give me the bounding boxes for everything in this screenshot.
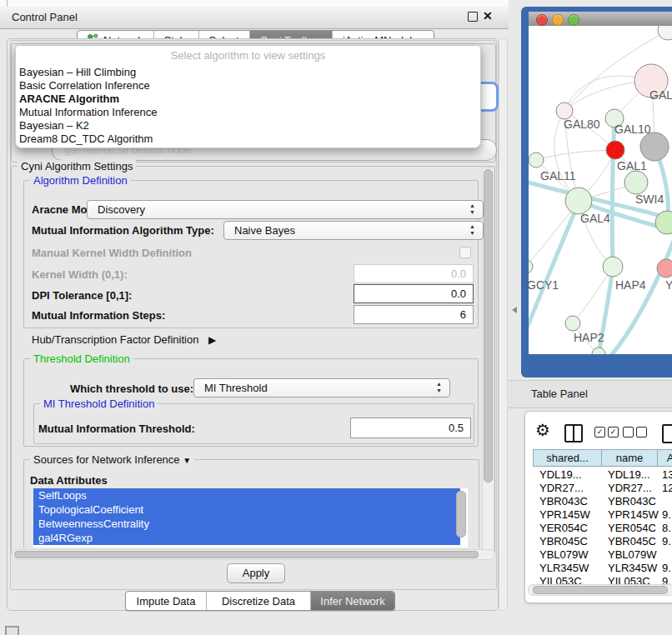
settings-scrollbar-thumb[interactable]	[484, 169, 493, 482]
table-cell[interactable]: YIL053C	[608, 575, 659, 584]
dropdown-item-selected[interactable]: ARACNE Algorithm	[16, 92, 480, 106]
kernel-width-input[interactable]: 0.0	[354, 264, 474, 283]
panel-scrollbar-track[interactable]	[499, 38, 508, 611]
table-cell[interactable]: YIL053C	[539, 575, 602, 584]
table-cell[interactable]: YER054C	[539, 522, 602, 535]
node-label: GAL80	[564, 118, 600, 131]
network-window-titlebar[interactable]	[529, 12, 672, 27]
table-cell[interactable]: 8.	[662, 522, 672, 535]
table-cell[interactable]: YDR27...	[539, 482, 602, 495]
list-item[interactable]: BetweennessCentrality	[33, 517, 460, 531]
table-cell[interactable]: YLR345W	[539, 562, 602, 575]
tab-infer-network[interactable]: Infer Network	[311, 592, 394, 610]
node-label: HAP2	[574, 331, 604, 344]
table-cell[interactable]: 9.	[662, 508, 672, 522]
table-cell[interactable]: 12	[662, 482, 672, 495]
table-cell[interactable]: YBR045C	[608, 535, 659, 548]
network-node[interactable]	[640, 132, 669, 161]
network-node[interactable]	[565, 316, 580, 331]
mi-threshold-input[interactable]: 0.5	[350, 418, 471, 438]
dropdown-item[interactable]: Dream8 DC_TDC Algorithm	[16, 132, 480, 146]
sources-collapse-icon[interactable]: ▼	[183, 456, 191, 465]
network-canvas[interactable]	[529, 26, 672, 354]
list-item[interactable]: TopologicalCoefficient	[33, 502, 460, 517]
manual-kernel-checkbox[interactable]	[459, 247, 471, 258]
minimize-traffic-light[interactable]	[552, 14, 564, 26]
hub-expand-arrow-icon[interactable]: ▶	[208, 334, 216, 346]
select-all-icon[interactable]: ✓✓	[594, 427, 619, 439]
table-cell[interactable]	[662, 548, 672, 562]
column-header[interactable]: name	[601, 449, 658, 467]
table-icon[interactable]	[662, 424, 672, 443]
network-node[interactable]	[603, 257, 623, 277]
network-node-selected[interactable]	[606, 141, 624, 159]
dropdown-item[interactable]: Bayesian – Hill Climbing	[16, 66, 480, 79]
list-scrollbar-thumb[interactable]	[456, 491, 466, 538]
network-node[interactable]	[556, 102, 573, 119]
network-node[interactable]	[657, 259, 672, 278]
node-label: GAL4	[580, 212, 610, 225]
table-cell[interactable]: YLR345W	[608, 562, 659, 575]
combo-spinner-icon: ▲▼	[469, 202, 475, 216]
mi-type-combobox[interactable]: Naive Bayes ▲▼	[223, 221, 484, 240]
column-header[interactable]: shared...	[533, 449, 602, 467]
network-node[interactable]	[624, 171, 648, 194]
table-cell[interactable]	[662, 495, 672, 508]
which-threshold-value: MI Threshold	[204, 382, 268, 394]
splitter-arrow-icon[interactable]	[512, 307, 517, 313]
sources-toggle[interactable]: Sources for Network Inference ▼	[30, 453, 194, 466]
list-item[interactable]: gal4RGexp	[33, 531, 460, 545]
table-cell[interactable]: YDL19...	[608, 468, 659, 482]
zoom-traffic-light[interactable]	[568, 14, 579, 26]
network-node[interactable]	[658, 26, 672, 40]
mi-steps-input[interactable]: 6	[354, 305, 474, 324]
table-cell[interactable]: YPR145W	[608, 508, 659, 522]
table-panel-title: Table Panel	[531, 388, 588, 400]
table-cell[interactable]: 13	[662, 468, 672, 482]
network-node[interactable]	[529, 152, 544, 168]
table-cell[interactable]: YBL079W	[539, 548, 602, 562]
threshold-definition-title: Threshold Definition	[30, 352, 133, 365]
table-cell[interactable]: YBL079W	[608, 548, 659, 562]
split-panel-icon[interactable]	[564, 424, 583, 442]
apply-button[interactable]: Apply	[227, 563, 285, 583]
table-cell[interactable]: YBR043C	[608, 495, 659, 508]
table-cell[interactable]: 9.	[662, 575, 672, 584]
algorithm-dropdown-popup: Select algorithm to view settings Bayesi…	[15, 45, 481, 148]
settings-hscrollbar-thumb[interactable]	[14, 551, 479, 558]
table-cell[interactable]: YER054C	[608, 522, 659, 535]
table-cell[interactable]: YBR043C	[539, 495, 602, 508]
table-cell[interactable]: 9.	[662, 535, 672, 548]
gear-icon[interactable]: ⚙	[535, 422, 550, 438]
dropdown-item[interactable]: Basic Correlation Inference	[16, 79, 480, 92]
dropdown-item[interactable]: Bayesian – K2	[16, 119, 480, 132]
table-cell[interactable]: YDR27...	[608, 482, 659, 495]
table-cell[interactable]: YDL19...	[539, 468, 602, 482]
network-node[interactable]	[592, 348, 605, 354]
column-header[interactable]: A	[657, 449, 672, 467]
tab-impute-data-label: Impute Data	[137, 595, 196, 608]
table-cell[interactable]: YPR145W	[539, 508, 602, 522]
network-node[interactable]	[565, 188, 592, 214]
float-panel-icon[interactable]	[468, 12, 478, 22]
dropdown-item[interactable]: Mutual Information Inference	[16, 106, 480, 119]
minimized-panel-icon[interactable]	[5, 626, 19, 635]
table-hscrollbar-thumb[interactable]	[533, 586, 668, 594]
network-node[interactable]	[529, 260, 533, 273]
list-item[interactable]: SelfLoops	[33, 488, 460, 502]
kernel-width-label: Kernel Width (0,1):	[32, 268, 128, 281]
tab-impute-data[interactable]: Impute Data	[126, 592, 207, 610]
mi-type-value: Naive Bayes	[234, 224, 295, 237]
tab-discretize-data[interactable]: Discretize Data	[207, 592, 311, 610]
hub-definition-toggle[interactable]: Hub/Transcription Factor Definition ▶	[32, 333, 216, 346]
settings-group-title: Cyni Algorithm Settings	[18, 160, 136, 172]
dpi-tolerance-input[interactable]: 0.0	[354, 284, 474, 303]
table-cell[interactable]: 9.	[662, 562, 672, 575]
close-traffic-light[interactable]	[536, 14, 548, 26]
deselect-all-icon[interactable]	[623, 427, 647, 439]
dpi-tolerance-label: DPI Tolerance [0,1]:	[32, 289, 132, 302]
aracne-mode-combobox[interactable]: Discovery ▲▼	[87, 200, 484, 219]
table-cell[interactable]: YBR045C	[539, 535, 602, 548]
close-icon[interactable]: ✕	[483, 9, 493, 22]
which-threshold-combobox[interactable]: MI Threshold ▲▼	[193, 378, 450, 398]
